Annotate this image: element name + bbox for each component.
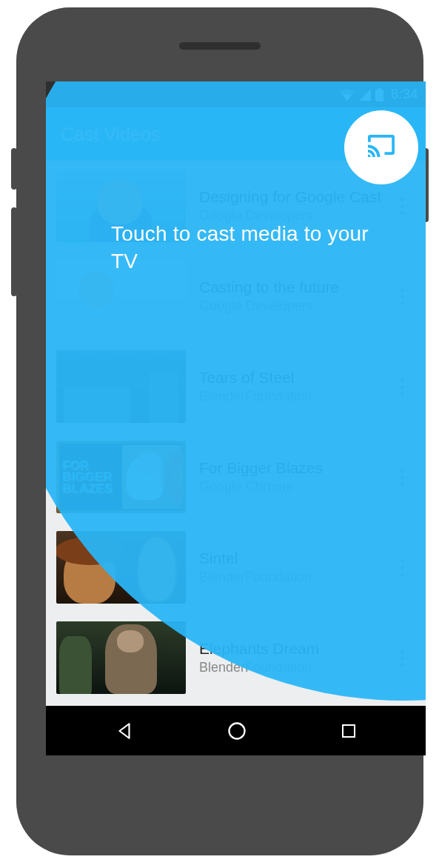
overlay-title: Touch to cast media to your TV [111,221,381,276]
cast-icon [368,135,395,160]
video-thumbnail [56,621,186,694]
device-mockup: 8:34 Cast Videos Designing for Google Ca… [0,0,439,868]
svg-rect-3 [343,725,355,737]
cast-button[interactable] [344,110,418,184]
navigation-bar [46,706,426,755]
svg-point-2 [229,723,244,738]
screen: 8:34 Cast Videos Designing for Google Ca… [46,81,426,755]
device-speaker [179,42,261,50]
back-button[interactable] [115,721,134,741]
device-frame: 8:34 Cast Videos Designing for Google Ca… [16,7,423,855]
home-button[interactable] [227,721,247,741]
recents-button[interactable] [340,722,358,740]
